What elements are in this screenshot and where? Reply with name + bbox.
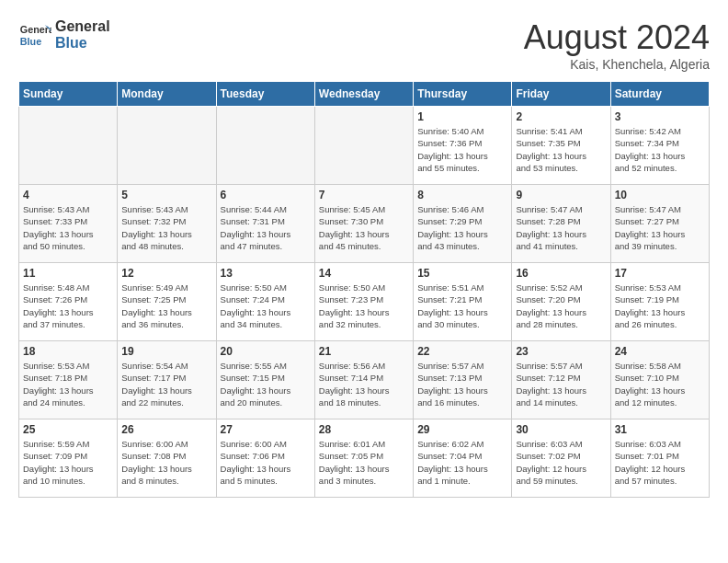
day-info: Sunrise: 5:51 AM Sunset: 7:21 PM Dayligh… xyxy=(417,282,507,330)
logo-general-text: General xyxy=(55,18,110,35)
calendar-cell: 9Sunrise: 5:47 AM Sunset: 7:28 PM Daylig… xyxy=(512,185,610,263)
calendar-cell: 11Sunrise: 5:48 AM Sunset: 7:26 PM Dayli… xyxy=(19,263,118,341)
header-sunday: Sunday xyxy=(19,82,118,107)
day-number: 28 xyxy=(319,423,409,436)
calendar-cell xyxy=(118,107,216,185)
calendar-cell: 26Sunrise: 6:00 AM Sunset: 7:08 PM Dayli… xyxy=(118,419,216,498)
week-row-3: 11Sunrise: 5:48 AM Sunset: 7:26 PM Dayli… xyxy=(19,263,710,341)
week-row-2: 4Sunrise: 5:43 AM Sunset: 7:33 PM Daylig… xyxy=(19,185,710,263)
calendar-cell: 7Sunrise: 5:45 AM Sunset: 7:30 PM Daylig… xyxy=(314,185,413,263)
calendar-cell: 30Sunrise: 6:03 AM Sunset: 7:02 PM Dayli… xyxy=(512,419,610,498)
calendar-table: SundayMondayTuesdayWednesdayThursdayFrid… xyxy=(18,81,710,498)
day-info: Sunrise: 5:53 AM Sunset: 7:18 PM Dayligh… xyxy=(23,360,113,408)
day-number: 1 xyxy=(417,110,507,123)
day-number: 24 xyxy=(615,345,705,358)
day-number: 11 xyxy=(23,267,113,280)
header-monday: Monday xyxy=(118,82,216,107)
calendar-cell: 14Sunrise: 5:50 AM Sunset: 7:23 PM Dayli… xyxy=(314,263,413,341)
day-info: Sunrise: 5:59 AM Sunset: 7:09 PM Dayligh… xyxy=(23,438,113,487)
day-number: 8 xyxy=(417,189,507,201)
location-text: Kais, Khenchela, Algeria xyxy=(524,57,710,72)
day-number: 26 xyxy=(121,423,211,436)
header-thursday: Thursday xyxy=(414,82,512,107)
day-number: 22 xyxy=(417,345,507,358)
day-info: Sunrise: 5:45 AM Sunset: 7:30 PM Dayligh… xyxy=(319,203,409,252)
day-info: Sunrise: 5:58 AM Sunset: 7:10 PM Dayligh… xyxy=(615,360,705,408)
day-info: Sunrise: 6:03 AM Sunset: 7:01 PM Dayligh… xyxy=(615,438,705,487)
calendar-cell: 12Sunrise: 5:49 AM Sunset: 7:25 PM Dayli… xyxy=(118,263,216,341)
day-info: Sunrise: 5:56 AM Sunset: 7:14 PM Dayligh… xyxy=(319,360,409,408)
calendar-cell: 17Sunrise: 5:53 AM Sunset: 7:19 PM Dayli… xyxy=(610,263,709,341)
day-info: Sunrise: 5:47 AM Sunset: 7:27 PM Dayligh… xyxy=(615,203,705,252)
day-info: Sunrise: 5:50 AM Sunset: 7:24 PM Dayligh… xyxy=(221,282,311,330)
logo: General Blue General Blue xyxy=(18,18,110,52)
day-number: 5 xyxy=(121,189,211,201)
day-number: 10 xyxy=(615,189,705,201)
calendar-cell: 23Sunrise: 5:57 AM Sunset: 7:12 PM Dayli… xyxy=(512,341,610,419)
calendar-cell: 20Sunrise: 5:55 AM Sunset: 7:15 PM Dayli… xyxy=(216,341,314,419)
calendar-cell: 8Sunrise: 5:46 AM Sunset: 7:29 PM Daylig… xyxy=(414,185,512,263)
day-info: Sunrise: 5:50 AM Sunset: 7:23 PM Dayligh… xyxy=(319,282,409,330)
day-info: Sunrise: 5:44 AM Sunset: 7:31 PM Dayligh… xyxy=(221,203,311,252)
day-info: Sunrise: 5:41 AM Sunset: 7:35 PM Dayligh… xyxy=(516,125,606,174)
day-info: Sunrise: 5:52 AM Sunset: 7:20 PM Dayligh… xyxy=(516,282,606,330)
day-info: Sunrise: 6:02 AM Sunset: 7:04 PM Dayligh… xyxy=(417,438,507,487)
page-header: General Blue General Blue August 2024 Ka… xyxy=(18,18,710,72)
week-row-5: 25Sunrise: 5:59 AM Sunset: 7:09 PM Dayli… xyxy=(19,419,710,498)
day-info: Sunrise: 5:43 AM Sunset: 7:32 PM Dayligh… xyxy=(121,203,211,252)
day-info: Sunrise: 5:43 AM Sunset: 7:33 PM Dayligh… xyxy=(23,203,113,252)
day-info: Sunrise: 5:49 AM Sunset: 7:25 PM Dayligh… xyxy=(121,282,211,330)
calendar-cell: 18Sunrise: 5:53 AM Sunset: 7:18 PM Dayli… xyxy=(19,341,118,419)
day-info: Sunrise: 6:00 AM Sunset: 7:08 PM Dayligh… xyxy=(121,438,211,487)
day-number: 2 xyxy=(516,110,606,123)
calendar-cell: 28Sunrise: 6:01 AM Sunset: 7:05 PM Dayli… xyxy=(314,419,413,498)
calendar-cell: 10Sunrise: 5:47 AM Sunset: 7:27 PM Dayli… xyxy=(610,185,709,263)
day-number: 27 xyxy=(221,423,311,436)
day-info: Sunrise: 6:03 AM Sunset: 7:02 PM Dayligh… xyxy=(516,438,606,487)
calendar-cell: 3Sunrise: 5:42 AM Sunset: 7:34 PM Daylig… xyxy=(610,107,709,185)
calendar-cell: 2Sunrise: 5:41 AM Sunset: 7:35 PM Daylig… xyxy=(512,107,610,185)
logo-icon: General Blue xyxy=(18,18,51,52)
day-info: Sunrise: 5:57 AM Sunset: 7:13 PM Dayligh… xyxy=(417,360,507,408)
week-row-1: 1Sunrise: 5:40 AM Sunset: 7:36 PM Daylig… xyxy=(19,107,710,185)
day-number: 23 xyxy=(516,345,606,358)
day-number: 7 xyxy=(319,189,409,201)
day-number: 19 xyxy=(121,345,211,358)
day-number: 30 xyxy=(516,423,606,436)
day-number: 17 xyxy=(615,267,705,280)
day-info: Sunrise: 5:54 AM Sunset: 7:17 PM Dayligh… xyxy=(121,360,211,408)
calendar-cell: 29Sunrise: 6:02 AM Sunset: 7:04 PM Dayli… xyxy=(414,419,512,498)
day-info: Sunrise: 5:48 AM Sunset: 7:26 PM Dayligh… xyxy=(23,282,113,330)
calendar-cell: 4Sunrise: 5:43 AM Sunset: 7:33 PM Daylig… xyxy=(19,185,118,263)
day-number: 15 xyxy=(417,267,507,280)
day-info: Sunrise: 5:57 AM Sunset: 7:12 PM Dayligh… xyxy=(516,360,606,408)
calendar-cell: 25Sunrise: 5:59 AM Sunset: 7:09 PM Dayli… xyxy=(19,419,118,498)
calendar-cell: 13Sunrise: 5:50 AM Sunset: 7:24 PM Dayli… xyxy=(216,263,314,341)
day-number: 6 xyxy=(221,189,311,201)
day-number: 21 xyxy=(319,345,409,358)
calendar-cell: 21Sunrise: 5:56 AM Sunset: 7:14 PM Dayli… xyxy=(314,341,413,419)
day-number: 9 xyxy=(516,189,606,201)
calendar-cell: 6Sunrise: 5:44 AM Sunset: 7:31 PM Daylig… xyxy=(216,185,314,263)
calendar-cell: 27Sunrise: 6:00 AM Sunset: 7:06 PM Dayli… xyxy=(216,419,314,498)
day-number: 29 xyxy=(417,423,507,436)
day-number: 25 xyxy=(23,423,113,436)
day-number: 13 xyxy=(221,267,311,280)
day-number: 14 xyxy=(319,267,409,280)
calendar-cell: 19Sunrise: 5:54 AM Sunset: 7:17 PM Dayli… xyxy=(118,341,216,419)
day-number: 16 xyxy=(516,267,606,280)
calendar-cell: 1Sunrise: 5:40 AM Sunset: 7:36 PM Daylig… xyxy=(414,107,512,185)
day-info: Sunrise: 5:47 AM Sunset: 7:28 PM Dayligh… xyxy=(516,203,606,252)
header-saturday: Saturday xyxy=(610,82,709,107)
day-number: 12 xyxy=(121,267,211,280)
day-number: 31 xyxy=(615,423,705,436)
day-info: Sunrise: 5:53 AM Sunset: 7:19 PM Dayligh… xyxy=(615,282,705,330)
day-number: 20 xyxy=(221,345,311,358)
calendar-cell: 5Sunrise: 5:43 AM Sunset: 7:32 PM Daylig… xyxy=(118,185,216,263)
header-wednesday: Wednesday xyxy=(314,82,413,107)
calendar-cell xyxy=(216,107,314,185)
day-number: 4 xyxy=(23,189,113,201)
svg-text:General: General xyxy=(20,24,51,35)
calendar-cell: 15Sunrise: 5:51 AM Sunset: 7:21 PM Dayli… xyxy=(414,263,512,341)
title-section: August 2024 Kais, Khenchela, Algeria xyxy=(524,18,710,72)
